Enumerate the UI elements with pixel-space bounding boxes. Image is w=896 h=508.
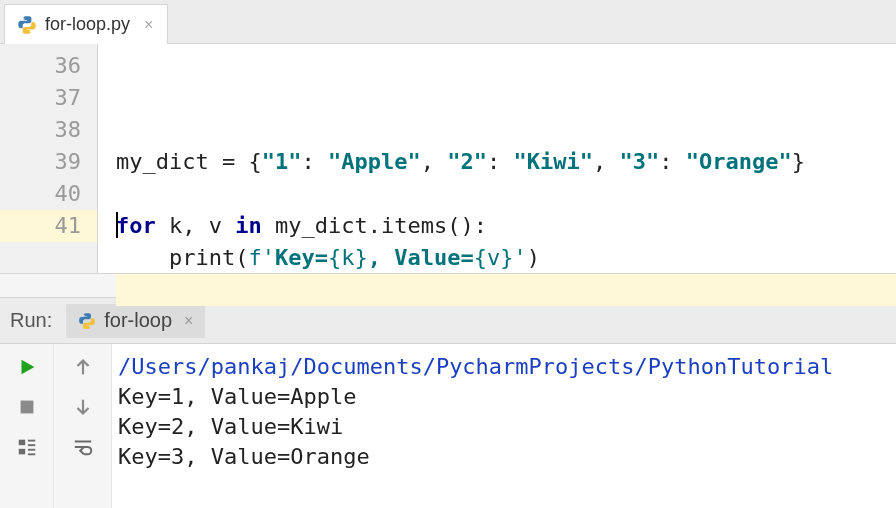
close-icon[interactable]: × bbox=[144, 16, 153, 34]
svg-rect-5 bbox=[27, 449, 34, 451]
editor-tab-bar: for-loop.py × bbox=[0, 0, 896, 44]
code-area[interactable]: my_dict = {"1": "Apple", "2": "Kiwi", "3… bbox=[98, 44, 896, 273]
code-line[interactable] bbox=[116, 274, 896, 306]
console-line: Key=1, Value=Apple bbox=[118, 382, 890, 412]
console-line: Key=2, Value=Kiwi bbox=[118, 412, 890, 442]
line-number-gutter: 363738394041 bbox=[0, 44, 98, 273]
svg-rect-3 bbox=[27, 440, 34, 442]
svg-rect-2 bbox=[18, 449, 24, 455]
editor-tab[interactable]: for-loop.py × bbox=[4, 4, 168, 44]
svg-rect-1 bbox=[18, 440, 24, 446]
svg-rect-4 bbox=[27, 444, 34, 446]
python-file-icon bbox=[78, 312, 96, 330]
code-line[interactable] bbox=[116, 178, 896, 210]
run-toolbar-primary bbox=[0, 344, 54, 508]
code-line[interactable]: my_dict = {"1": "Apple", "2": "Kiwi", "3… bbox=[116, 146, 896, 178]
stop-icon[interactable] bbox=[14, 394, 40, 420]
python-file-icon bbox=[17, 15, 37, 35]
code-line[interactable]: for k, v in my_dict.items(): bbox=[116, 210, 896, 242]
editor-tab-filename: for-loop.py bbox=[45, 14, 130, 35]
run-label: Run: bbox=[10, 309, 52, 332]
text-caret bbox=[116, 212, 118, 238]
svg-rect-0 bbox=[20, 401, 33, 414]
arrow-down-icon[interactable] bbox=[70, 394, 96, 420]
console-line: Key=3, Value=Orange bbox=[118, 442, 890, 472]
arrow-up-icon[interactable] bbox=[70, 354, 96, 380]
run-toolbar-secondary bbox=[54, 344, 112, 508]
layout-icon[interactable] bbox=[14, 434, 40, 460]
svg-rect-6 bbox=[27, 453, 34, 455]
code-line[interactable] bbox=[116, 114, 896, 146]
soft-wrap-icon[interactable] bbox=[70, 434, 96, 460]
run-icon[interactable] bbox=[14, 354, 40, 380]
code-line[interactable]: print(f'Key={k}, Value={v}') bbox=[116, 242, 896, 274]
code-editor[interactable]: 363738394041 my_dict = {"1": "Apple", "2… bbox=[0, 44, 896, 274]
